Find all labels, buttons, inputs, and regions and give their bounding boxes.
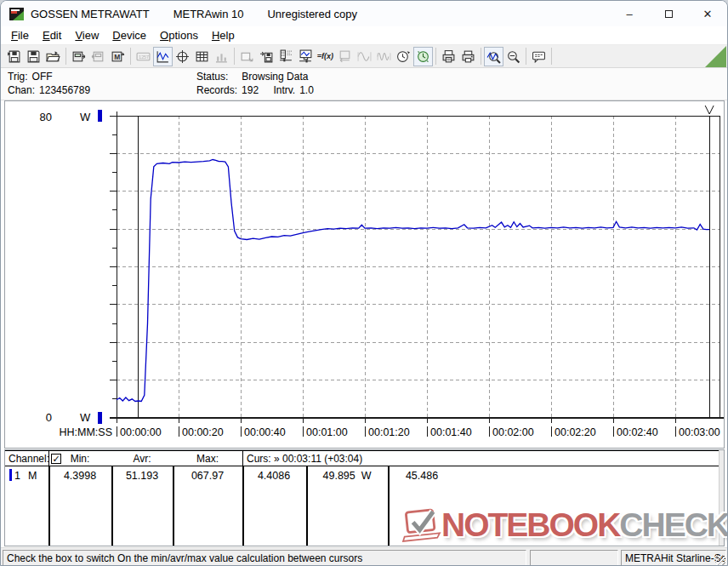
resize-grip[interactable] [715, 555, 725, 565]
cursor-table-header: Channel: ✓ Min: Avr: Max: Curs: » 00:03:… [5, 450, 724, 466]
chan-label: Chan: [8, 84, 35, 96]
formula-icon: =f(x) [317, 52, 333, 60]
device-write-button[interactable] [88, 47, 108, 66]
svg-text:W: W [80, 111, 91, 123]
gmc-corner-logo [705, 46, 726, 67]
zoom-out-button[interactable] [503, 47, 523, 66]
window-export-button[interactable] [237, 47, 257, 66]
time-base-button[interactable] [394, 47, 413, 66]
max-value: 067.97 [191, 470, 224, 482]
svg-text:80: 80 [40, 111, 52, 123]
title-vendor: GOSSEN METRAWATT [31, 8, 150, 20]
svg-text:00:01:00: 00:01:00 [306, 426, 348, 438]
menu-file[interactable]: File [4, 27, 36, 43]
statusbar-empty-panel [530, 550, 618, 566]
svg-text:00:03:00: 00:03:00 [679, 426, 720, 438]
avr-value: 51.193 [126, 470, 158, 482]
svg-text:00:01:40: 00:01:40 [430, 426, 472, 438]
svg-text:M: M [114, 52, 120, 60]
print-preview-button[interactable] [439, 47, 458, 66]
cursor2-value: 49.895 W [323, 470, 372, 482]
annotation-button[interactable] [529, 47, 549, 66]
histogram-view-button[interactable] [212, 47, 231, 66]
toolbar: M 1257 =f(x) [1, 45, 727, 68]
open-file-button[interactable] [4, 47, 24, 66]
records-label: Records: [196, 84, 237, 96]
device-transfer-button[interactable] [335, 47, 355, 66]
svg-text:00:00:20: 00:00:20 [182, 426, 224, 438]
svg-text:00:02:40: 00:02:40 [617, 426, 658, 438]
menu-edit[interactable]: Edit [36, 27, 68, 43]
status-value: Browsing Data [242, 71, 308, 83]
svg-text:00:02:00: 00:02:00 [492, 426, 534, 438]
avr-header: Avr: [133, 453, 151, 465]
records-value: 192 [242, 84, 259, 96]
svg-text:00:00:00: 00:00:00 [120, 426, 162, 438]
formula-button[interactable]: =f(x) [316, 47, 335, 66]
interval-label: Intrv. [273, 84, 295, 96]
print-button[interactable] [458, 47, 478, 66]
maximize-icon [665, 10, 673, 18]
trend-view-button[interactable] [153, 47, 173, 66]
status-bar: Check the box to switch On the min/avr/m… [1, 547, 727, 566]
channel-header: Channel: [9, 453, 49, 465]
svg-text:W: W [80, 411, 91, 424]
menu-device[interactable]: Device [105, 27, 153, 43]
menu-help[interactable]: Help [205, 27, 242, 43]
cursor-crosshair-button[interactable] [173, 47, 192, 66]
statusbar-device: METRAHit Starline-Seri [621, 550, 726, 566]
zoom-curve-button[interactable] [484, 47, 503, 66]
menu-view[interactable]: View [68, 27, 105, 43]
lcd-display-button[interactable]: 1257 [134, 47, 153, 66]
table-view-button[interactable] [192, 47, 212, 66]
file-manager-button[interactable] [43, 47, 63, 66]
minimize-button[interactable]: – [610, 1, 649, 26]
device-read-button[interactable] [69, 47, 88, 66]
maximize-button[interactable] [649, 1, 688, 26]
title-license: Unregistered copy [267, 8, 357, 20]
cursor1-value: 4.4086 [258, 470, 290, 482]
chart-panel: 00:00:0000:00:2000:00:4000:01:0000:01:20… [4, 100, 725, 449]
monitor-view-button[interactable] [296, 47, 316, 66]
chart-plot-area[interactable]: 00:00:0000:00:2000:00:4000:01:0000:01:20… [5, 101, 724, 448]
channel-mode: M [28, 470, 37, 482]
svg-text:HH:MM:SS: HH:MM:SS [60, 426, 113, 438]
svg-text:00:01:20: 00:01:20 [368, 426, 410, 438]
live-record-button[interactable] [413, 47, 433, 66]
interval-value: 1.0 [299, 84, 314, 96]
menu-bar: File Edit View Device Options Help [1, 26, 727, 45]
min-header: Min: [71, 453, 90, 465]
cursor-diff-value: 45.486 [406, 470, 438, 482]
store-to-disk-button[interactable] [257, 47, 276, 66]
minmax-checkbox[interactable]: ✓ [51, 454, 61, 464]
statusbar-message: Check the box to switch On the min/avr/m… [3, 550, 526, 566]
max-header: Max: [196, 453, 219, 465]
svg-text:1257: 1257 [139, 54, 149, 59]
menu-options[interactable]: Options [153, 27, 205, 43]
status-label: Status: [196, 71, 228, 83]
device-memory-button[interactable]: M [108, 47, 128, 66]
table-scrollbar[interactable] [719, 450, 724, 546]
svg-text:00:00:40: 00:00:40 [244, 426, 286, 438]
cursor-header: Curs: » 00:03:11 (+03:04) [247, 453, 362, 465]
min-value: 4.3998 [64, 470, 96, 482]
analog-wave-button[interactable] [355, 47, 374, 66]
channel-list-button[interactable] [276, 47, 296, 66]
cursor-table: Channel: ✓ Min: Avr: Max: Curs: » 00:03:… [4, 449, 725, 546]
chan-value: 123456789 [39, 84, 90, 96]
channel-color-marker [9, 469, 12, 481]
svg-text:0: 0 [46, 411, 52, 424]
svg-text:00:02:20: 00:02:20 [555, 426, 596, 438]
dense-wave-button[interactable] [374, 47, 394, 66]
app-window: GOSSEN METRAWATT METRAwin 10 Unregistere… [0, 0, 728, 566]
title-app-name: METRAwin 10 [173, 8, 244, 20]
trig-label: Trig: [8, 71, 28, 83]
close-button[interactable]: ✕ [688, 1, 727, 26]
channel-number: 1 [14, 470, 20, 482]
device-status-strip: Trig:OFF Chan:123456789 Status:Browsing … [1, 68, 727, 100]
app-icon [9, 8, 24, 20]
trig-value: OFF [32, 71, 53, 83]
save-file-button[interactable] [24, 47, 43, 66]
title-bar: GOSSEN METRAWATT METRAwin 10 Unregistere… [1, 1, 727, 26]
